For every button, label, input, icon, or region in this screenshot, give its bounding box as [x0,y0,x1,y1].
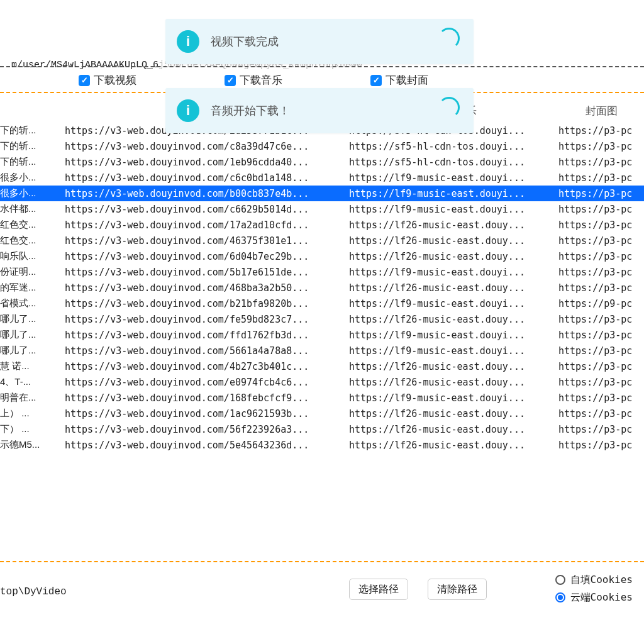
cell-video-url: https://v3-web.douyinvod.com/56f223926a3… [65,424,349,435]
cell-audio-url: https://sf5-hl-cdn-tos.douyi... [349,157,558,168]
cell-cover-url: https://p3-pc [558,235,644,247]
cell-title: 份证明... [0,266,65,278]
table-row[interactable]: 省模式...https://v3-web.douyinvod.com/b21bf… [0,296,644,311]
cell-title: 很多小... [0,187,65,199]
table-row[interactable]: 明普在...https://v3-web.douyinvod.com/168fe… [0,390,644,406]
cell-cover-url: https://p3-pc [558,157,644,168]
cell-cover-url: https://p3-pc [558,377,644,388]
cell-cover-url: https://p3-pc [558,424,644,435]
toast-text: 音频开始下载！ [211,103,290,118]
checkbox-icon: ✓ [370,75,382,86]
cell-audio-url: https://lf9-music-east.douyi... [349,188,558,199]
cell-audio-url: https://lf9-music-east.douyi... [349,330,558,341]
cookies-radio-group: 自填Cookies 云端Cookies [555,571,633,606]
cell-title: 明普在... [0,392,65,404]
table-row[interactable]: 响乐队...https://v3-web.douyinvod.com/6d04b… [0,248,644,264]
cell-audio-url: https://lf26-music-east.douy... [349,219,558,231]
divider-top [0,66,644,67]
cell-video-url: https://v3-web.douyinvod.com/5e45643236d… [65,440,349,451]
table-row[interactable]: 下的斩...https://v3-web.douyinvod.com/1eb96… [0,154,644,170]
cell-audio-url: https://lf26-music-east.douy... [349,377,558,388]
bottom-panel: top\DyVideo 选择路径 清除路径 自填Cookies 云端Cookie… [0,562,644,613]
cell-title: 哪儿了... [0,329,65,341]
table-body: 下的斩...https://v3-web.douyinvod.com/2d258… [0,123,644,453]
select-path-button[interactable]: 选择路径 [349,579,408,600]
table-row[interactable]: 的军迷...https://v3-web.douyinvod.com/468ba… [0,280,644,296]
table-row[interactable]: 很多小...https://v3-web.douyinvod.com/c6c0b… [0,170,644,186]
table-row[interactable]: 水伴都...https://v3-web.douyinvod.com/c6629… [0,201,644,217]
table-row[interactable]: 4、T-...https://v3-web.douyinvod.com/e097… [0,374,644,390]
cell-cover-url: https://p3-pc [558,188,644,199]
cell-title: 下） ... [0,423,65,435]
radio-cloud-cookies[interactable]: 云端Cookies [555,589,633,606]
cell-audio-url: https://sf5-hl-cdn-tos.douyi... [349,141,558,152]
cell-cover-url: https://p3-pc [558,219,644,231]
cell-video-url: https://v3-web.douyinvod.com/b00cb837e4b… [65,188,349,199]
table-row[interactable]: 下的斩...https://v3-web.douyinvod.com/c8a39… [0,138,644,154]
check-download-video[interactable]: ✓下载视频 [79,73,136,87]
cell-title: 水伴都... [0,203,65,215]
check-download-cover[interactable]: ✓下载封面 [370,73,428,87]
toast-text: 视频下载完成 [211,34,279,49]
table-row[interactable]: 下） ...https://v3-web.douyinvod.com/56f22… [0,421,644,437]
table-row[interactable]: 哪儿了...https://v3-web.douyinvod.com/5661a… [0,343,644,358]
cell-video-url: https://v3-web.douyinvod.com/468ba3a2b50… [65,282,349,294]
table-row[interactable]: 哪儿了...https://v3-web.douyinvod.com/ffd17… [0,327,644,343]
table-row[interactable]: 哪儿了...https://v3-web.douyinvod.com/fe59b… [0,311,644,327]
radio-on-icon [555,592,565,602]
cell-video-url: https://v3-web.douyinvod.com/1ac9621593b… [65,408,349,419]
cell-title: 慧 诺... [0,360,65,372]
cell-cover-url: https://p3-pc [558,282,644,294]
cell-audio-url: https://lf26-music-east.douy... [349,424,558,435]
clear-path-button[interactable]: 清除路径 [428,579,487,600]
check-download-music[interactable]: ✓下载音乐 [225,73,282,87]
cell-audio-url: https://lf26-music-east.douy... [349,440,558,451]
cell-video-url: https://v3-web.douyinvod.com/5b17e6151de… [65,267,349,278]
cell-cover-url: https://p3-pc [558,172,644,184]
cell-cover-url: https://p3-pc [558,330,644,341]
table-row[interactable]: 上） ...https://v3-web.douyinvod.com/1ac96… [0,406,644,421]
cell-audio-url: https://lf9-music-east.douyi... [349,172,558,184]
cell-video-url: https://v3-web.douyinvod.com/5661a4a78a8… [65,345,349,357]
cell-cover-url: https://p3-pc [558,141,644,152]
cell-audio-url: https://lf26-music-east.douy... [349,314,558,325]
cell-cover-url: https://p3-pc [558,204,644,215]
table-row[interactable]: 示德M5...https://v3-web.douyinvod.com/5e45… [0,437,644,453]
cell-video-url: https://v3-web.douyinvod.com/168febcfcf9… [65,392,349,404]
cell-title: 哪儿了... [0,345,65,357]
cell-title: 红色交... [0,235,65,247]
toast-video-done: i 视频下载完成 [165,19,474,64]
cell-title: 上） ... [0,408,65,419]
cell-title: 的军迷... [0,282,65,294]
cell-audio-url: https://lf26-music-east.douy... [349,361,558,372]
spinner-icon [438,97,460,118]
cell-title: 红色交... [0,219,65,231]
cell-title: 响乐队... [0,250,65,262]
cell-cover-url: https://p3-pc [558,251,644,262]
table-row[interactable]: 红色交...https://v3-web.douyinvod.com/46375… [0,233,644,248]
cell-video-url: https://v3-web.douyinvod.com/4b27c3b401c… [65,361,349,372]
cell-cover-url: https://p9-pc [558,298,644,309]
toast-audio-start: i 音频开始下载！ [165,88,474,133]
cell-title: 下的斩... [0,156,65,168]
cell-title: 4、T-... [0,376,65,388]
checkbox-icon: ✓ [79,75,90,86]
cell-video-url: https://v3-web.douyinvod.com/c6c0bd1a148… [65,172,349,184]
table-row[interactable]: 红色交...https://v3-web.douyinvod.com/17a2a… [0,217,644,233]
cell-video-url: https://v3-web.douyinvod.com/fe59bd823c7… [65,314,349,325]
cell-audio-url: https://lf26-music-east.douy... [349,282,558,294]
url-prefix: m/user/MS4wLjABAAAAKUpLQ_6 [11,60,158,70]
cell-title: 示德M5... [0,439,65,451]
cell-video-url: https://v3-web.douyinvod.com/46375f301e1… [65,235,349,247]
table-row[interactable]: 份证明...https://v3-web.douyinvod.com/5b17e… [0,264,644,280]
cell-cover-url: https://p3-pc [558,392,644,404]
cell-audio-url: https://lf26-music-east.douy... [349,235,558,247]
table-row[interactable]: 慧 诺...https://v3-web.douyinvod.com/4b27c… [0,358,644,374]
download-options: ✓下载视频 ✓下载音乐 ✓下载封面 [0,73,644,87]
cell-audio-url: https://lf9-music-east.douyi... [349,298,558,309]
radio-off-icon [555,575,565,585]
cell-cover-url: https://p3-pc [558,125,644,136]
table-row[interactable]: 很多小...https://v3-web.douyinvod.com/b00cb… [0,186,644,201]
radio-custom-cookies[interactable]: 自填Cookies [555,571,633,589]
cell-video-url: https://v3-web.douyinvod.com/6d04b7ec29b… [65,251,349,262]
